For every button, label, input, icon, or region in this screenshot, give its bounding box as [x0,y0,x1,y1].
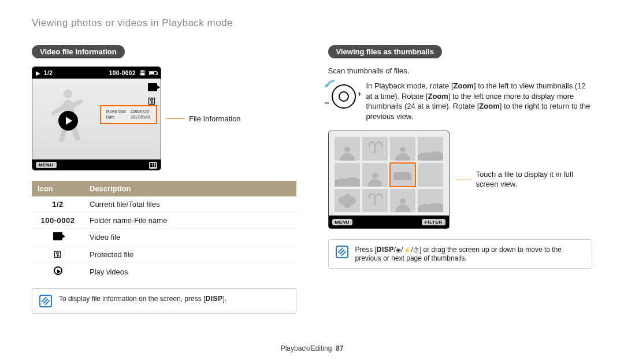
zoom-minus-icon: − [325,98,329,107]
note-text-left: To display file information on the scree… [59,295,226,303]
thumbnail-item[interactable] [390,189,415,213]
file-info-callout: File Information [189,114,241,123]
left-column: Video file information ▶ 1/2 100-0002 💾 [32,45,296,314]
thumbnail-item[interactable] [362,189,388,213]
thumbnail-item[interactable] [390,137,415,161]
row-icon [53,232,62,240]
thumbnail-grid-screen: MENU FILTER [328,131,450,229]
col-header-icon: Icon [32,181,84,196]
section-heading-left: Video file information [32,45,125,58]
thumbnail-item[interactable] [362,163,388,187]
play-button[interactable] [58,111,78,131]
row-icon: 100-0002 [41,216,75,225]
note-text-right: Press [DISP/❀/⚡/⏱] or drag the screen up… [355,246,585,262]
thumbnail-callout: Touch a file to display it in full scree… [476,170,592,190]
thumbnail-item[interactable] [335,137,360,161]
row-description: Protected file [84,246,296,263]
file-id: 100-0002 [109,70,136,76]
row-description: Video file [84,229,296,246]
macro-icon: ❀ [396,247,401,254]
row-description: Play videos [84,263,296,281]
battery-icon [149,71,157,75]
section-heading-right: Viewing files as thumbnails [328,45,443,58]
note-icon [336,246,348,258]
table-row: Video file [32,229,296,246]
thumbnail-item[interactable] [418,163,443,187]
flash-icon: ⚡ [403,247,411,254]
timer-icon: ⏱ [413,247,419,254]
note-icon [39,295,52,307]
thumbnail-item[interactable] [418,137,443,161]
thumbnail-view-button[interactable] [149,162,157,169]
zoom-description: In Playback mode, rotate [Zoom] to the l… [366,81,593,121]
callout-connector [166,118,184,119]
protected-file-icon: ⚿ [148,96,157,106]
thumbnails-intro: Scan thumbnails of files. [328,66,593,75]
sd-icon: 💾 [139,70,146,76]
row-icon: ⚿ [54,250,62,259]
table-row: 100-0002Folder name-File name [32,213,296,229]
page-footer: Playback/Editing 87 [0,344,624,352]
play-mode-icon: ▶ [36,70,40,76]
video-file-icon [148,83,157,93]
table-row: 1/2Current file/Total files [32,196,296,213]
thumbnail-item[interactable] [362,137,388,161]
table-row: ⚿Protected file [32,246,296,263]
video-info-screen: ▶ 1/2 100-0002 💾 ⚿ [32,66,161,170]
zoom-dial-icon: + − [328,81,359,112]
thumbnail-item-selected[interactable] [390,163,415,187]
screen-top-bar: ▶ 1/2 100-0002 💾 [32,67,161,79]
callout-connector [456,180,471,180]
filter-button[interactable]: FILTER [422,219,445,225]
table-row: Play videos [32,263,296,281]
note-box-left: To display file information on the scree… [32,288,296,314]
col-header-desc: Description [84,181,296,196]
icon-description-table: Icon Description 1/2Current file/Total f… [32,181,296,280]
row-description: Current file/Total files [84,196,296,213]
zoom-plus-icon: + [357,90,361,98]
thumbnail-item[interactable] [418,189,443,213]
thumbnail-item[interactable] [335,163,360,187]
row-icon [54,266,62,275]
note-box-right: Press [DISP/❀/⚡/⏱] or drag the screen up… [328,239,593,269]
right-column: Viewing files as thumbnails Scan thumbna… [328,45,593,314]
file-info-overlay: Movie Size1280X720 Date2013/01/01 [100,105,157,124]
row-icon: 1/2 [52,200,64,209]
thumbnail-item[interactable] [335,189,360,213]
menu-button[interactable]: MENU [36,162,57,168]
menu-button[interactable]: MENU [332,219,353,225]
row-description: Folder name-File name [84,213,296,229]
file-counter: 1/2 [44,70,53,76]
page-title: Viewing photos or videos in Playback mod… [32,17,592,29]
